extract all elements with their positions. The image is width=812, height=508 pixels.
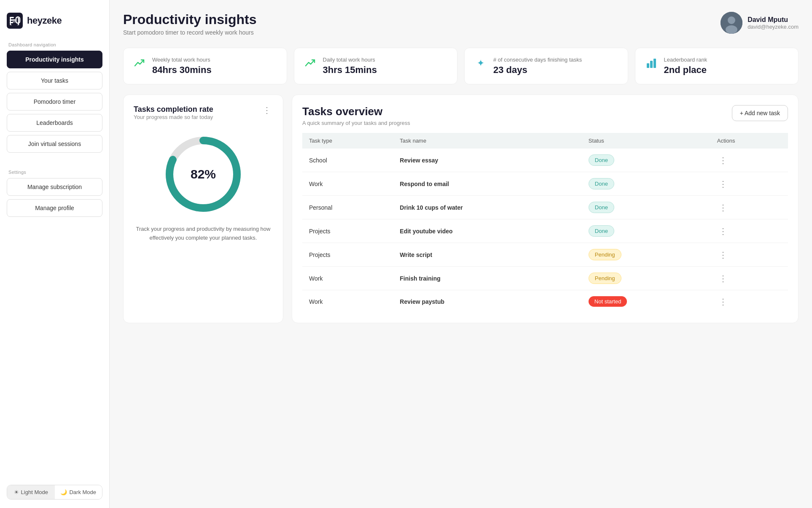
svg-rect-3 <box>10 19 16 21</box>
table-row: Work Respond to email Done ⋮ <box>302 172 788 196</box>
stat-rank-label: Leaderboard rank <box>664 57 707 63</box>
task-action-button[interactable]: ⋮ <box>717 179 729 189</box>
task-type-cell: Projects <box>302 219 393 243</box>
task-action-button[interactable]: ⋮ <box>717 226 729 236</box>
sun-icon: ☀ <box>14 489 19 495</box>
svg-point-8 <box>726 25 737 34</box>
logo-area: [=] heyzeke <box>7 8 102 41</box>
sidebar-item-join-virtual-sessions[interactable]: Join virtual sessions <box>7 135 102 153</box>
add-task-button[interactable]: + Add new task <box>732 105 788 121</box>
settings-section: Settings Manage subscription Manage prof… <box>7 168 102 220</box>
task-status-cell: Done <box>582 219 710 243</box>
status-badge: Done <box>589 225 614 237</box>
task-status-cell: Done <box>582 196 710 219</box>
task-type-cell: Personal <box>302 196 393 219</box>
stat-rank-value: 2nd place <box>664 65 707 76</box>
task-action-button[interactable]: ⋮ <box>717 273 729 284</box>
tasks-titles: Tasks overview A quick summary of your t… <box>302 105 410 126</box>
task-name-cell: Review essay <box>393 149 582 172</box>
stat-cards: Weekly total work hours 84hrs 30mins Dai… <box>123 48 799 84</box>
completion-rate-panel: Tasks completion rate Your progress made… <box>123 95 283 323</box>
col-status: Status <box>582 133 710 149</box>
task-status-cell: Pending <box>582 267 710 290</box>
sidebar-item-manage-profile[interactable]: Manage profile <box>7 199 102 217</box>
task-status-cell: Done <box>582 149 710 172</box>
svg-rect-10 <box>650 61 653 68</box>
stat-card-weekly-content: Weekly total work hours 84hrs 30mins <box>152 57 212 76</box>
task-type-cell: School <box>302 149 393 172</box>
user-name: David Mputu <box>747 16 799 24</box>
stat-card-daily-hours: Daily total work hours 3hrs 15mins <box>294 48 458 84</box>
stat-card-rank-content: Leaderboard rank 2nd place <box>664 57 707 76</box>
stat-daily-label: Daily total work hours <box>323 57 377 63</box>
moon-icon: 🌙 <box>60 489 67 495</box>
nav-section-label: Dashboard navigation <box>7 42 102 47</box>
sidebar-item-productivity-insights[interactable]: Productivity insights <box>7 51 102 68</box>
completion-rate-more-button[interactable]: ⋮ <box>261 105 273 115</box>
completion-rate-header: Tasks completion rate Your progress made… <box>134 105 273 120</box>
stat-card-daily-content: Daily total work hours 3hrs 15mins <box>323 57 377 76</box>
user-area: David Mputu david@heyzeke.com <box>721 12 799 34</box>
task-type-cell: Work <box>302 290 393 313</box>
task-action-button[interactable]: ⋮ <box>717 155 729 165</box>
stat-weekly-label: Weekly total work hours <box>152 57 212 63</box>
donut-description: Track your progress and productivity by … <box>134 225 273 243</box>
tasks-overview-panel: Tasks overview A quick summary of your t… <box>292 95 799 323</box>
table-row: Projects Edit youtube video Done ⋮ <box>302 219 788 243</box>
stat-card-weekly-hours: Weekly total work hours 84hrs 30mins <box>123 48 287 84</box>
task-type-cell: Work <box>302 172 393 196</box>
page-header: Productivity insights Start pomodoro tim… <box>123 12 256 36</box>
col-actions: Actions <box>710 133 788 149</box>
svg-rect-2 <box>10 17 14 18</box>
donut-percentage: 82% <box>191 167 216 181</box>
sidebar-item-your-tasks[interactable]: Your tasks <box>7 72 102 89</box>
tasks-table-body: School Review essay Done ⋮ Work Respond … <box>302 149 788 313</box>
task-action-button[interactable]: ⋮ <box>717 250 729 260</box>
logo-icon: [=] <box>7 13 23 29</box>
bar-chart-icon <box>645 57 658 70</box>
completion-rate-subtitle: Your progress made so far today <box>134 114 213 120</box>
task-actions-cell: ⋮ <box>710 149 788 172</box>
light-mode-button[interactable]: ☀ Light Mode <box>7 485 55 499</box>
sparkles-icon: ✦ <box>474 57 487 70</box>
task-type-cell: Projects <box>302 243 393 267</box>
col-task-name: Task name <box>393 133 582 149</box>
dark-mode-button[interactable]: 🌙 Dark Mode <box>55 485 102 499</box>
task-name-cell: Edit youtube video <box>393 219 582 243</box>
svg-rect-11 <box>653 59 656 68</box>
tasks-overview-subtitle: A quick summary of your tasks and progre… <box>302 120 410 126</box>
task-name-cell: Write script <box>393 243 582 267</box>
task-status-cell: Pending <box>582 243 710 267</box>
task-actions-cell: ⋮ <box>710 219 788 243</box>
svg-point-7 <box>728 16 735 24</box>
stat-card-days-content: # of consecutive days finishing tasks 23… <box>493 57 582 76</box>
task-actions-cell: ⋮ <box>710 196 788 219</box>
tasks-table-head: Task type Task name Status Actions <box>302 133 788 149</box>
table-row: Work Review paystub Not started ⋮ <box>302 290 788 313</box>
task-action-button[interactable]: ⋮ <box>717 297 729 307</box>
sidebar-item-leaderboards[interactable]: Leaderboards <box>7 114 102 132</box>
status-badge: Pending <box>589 249 621 260</box>
task-status-cell: Not started <box>582 290 710 313</box>
task-name-cell: Finish training <box>393 267 582 290</box>
status-badge: Done <box>589 202 614 213</box>
avatar-image <box>721 12 742 34</box>
sidebar-item-manage-subscription[interactable]: Manage subscription <box>7 178 102 196</box>
tasks-overview-title: Tasks overview <box>302 105 410 118</box>
sidebar-item-pomodoro-timer[interactable]: Pomodoro timer <box>7 93 102 111</box>
task-name-cell: Drink 10 cups of water <box>393 196 582 219</box>
tasks-table-header-row: Task type Task name Status Actions <box>302 133 788 149</box>
stat-card-leaderboard: Leaderboard rank 2nd place <box>635 48 799 84</box>
task-actions-cell: ⋮ <box>710 243 788 267</box>
svg-rect-9 <box>647 63 649 68</box>
task-name-cell: Respond to email <box>393 172 582 196</box>
status-badge: Done <box>589 178 614 189</box>
task-action-button[interactable]: ⋮ <box>717 203 729 213</box>
table-row: Personal Drink 10 cups of water Done ⋮ <box>302 196 788 219</box>
status-badge: Not started <box>589 296 627 307</box>
stat-weekly-value: 84hrs 30mins <box>152 65 212 76</box>
theme-toggle: ☀ Light Mode 🌙 Dark Mode <box>7 485 102 500</box>
user-email: david@heyzeke.com <box>747 24 799 30</box>
bottom-panels: Tasks completion rate Your progress made… <box>123 95 799 323</box>
task-type-cell: Work <box>302 267 393 290</box>
